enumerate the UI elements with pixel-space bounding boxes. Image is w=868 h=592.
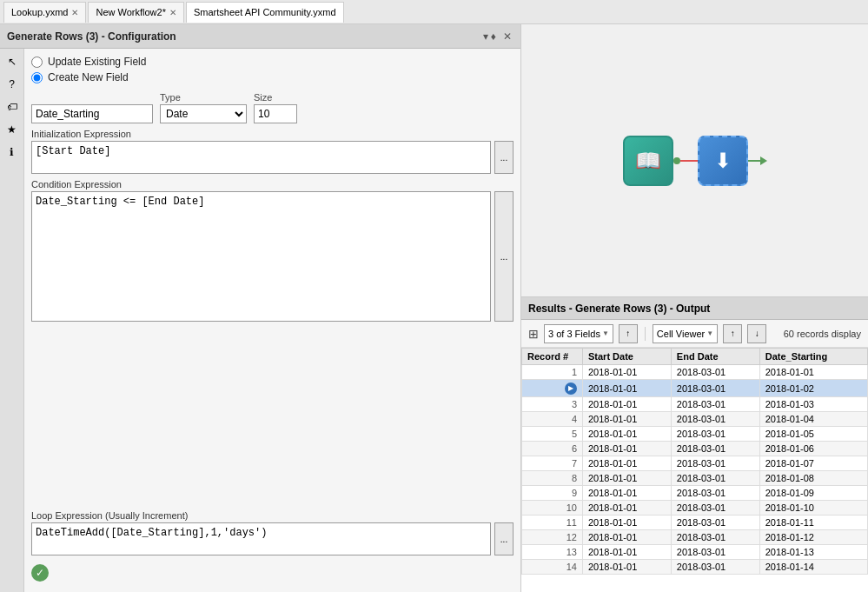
- star-icon[interactable]: ★: [3, 120, 22, 139]
- cell-start-date: 2018-01-01: [583, 486, 672, 501]
- cell-date-starting: 2018-01-06: [759, 442, 867, 456]
- cell-end-date: 2018-03-01: [671, 442, 759, 456]
- table-row[interactable]: 132018-01-012018-03-012018-01-13: [522, 545, 868, 560]
- pin-button[interactable]: ▾ ♦: [481, 30, 498, 43]
- sort-up-button[interactable]: ↑: [619, 324, 638, 343]
- cell-end-date: 2018-03-01: [671, 412, 759, 427]
- results-title: Results - Generate Rows (3) - Output: [528, 303, 710, 315]
- cell-date-starting: 2018-01-01: [759, 365, 867, 380]
- cell-record-num: 9: [522, 486, 583, 501]
- sort-asc-button[interactable]: ↑: [723, 324, 742, 343]
- tag-icon[interactable]: 🏷: [3, 97, 22, 116]
- cell-start-date: 2018-01-01: [583, 427, 672, 442]
- table-row[interactable]: 52018-01-012018-03-012018-01-05: [522, 427, 868, 442]
- cond-expr-input[interactable]: Date_Starting <= [End Date]: [31, 191, 491, 322]
- init-expr-expand-button[interactable]: ...: [494, 141, 514, 174]
- cell-date-starting: 2018-01-08: [759, 471, 867, 486]
- tab-smartsheet[interactable]: Smartsheet API Community.yxmd: [186, 2, 344, 23]
- info-icon[interactable]: ℹ: [3, 143, 22, 162]
- cell-record-num: 1: [522, 365, 583, 380]
- cell-end-date: 2018-03-01: [671, 530, 759, 545]
- col-header-start-date: Start Date: [583, 349, 672, 365]
- cell-start-date: 2018-01-01: [583, 380, 672, 397]
- cell-viewer-label: Cell Viewer: [657, 329, 705, 339]
- right-panel: 📖 ⬇ Results - Gen: [521, 24, 868, 592]
- loop-expr-label: Loop Expression (Usually Increment): [31, 510, 514, 521]
- workflow-canvas[interactable]: 📖 ⬇: [521, 24, 868, 296]
- table-row[interactable]: 112018-01-012018-03-012018-01-11: [522, 516, 868, 530]
- cond-expr-expand-button[interactable]: ...: [494, 191, 514, 322]
- cell-end-date: 2018-03-01: [671, 501, 759, 516]
- cell-date-starting: 2018-01-12: [759, 530, 867, 545]
- col-header-date-starting: Date_Starting: [759, 349, 867, 365]
- table-row[interactable]: 32018-01-012018-03-012018-01-03: [522, 397, 868, 412]
- loop-expr-input[interactable]: DateTimeAdd([Date_Starting],1,'days'): [31, 522, 491, 555]
- book-node[interactable]: 📖: [623, 136, 673, 186]
- config-body: Update Existing Field Create New Field T…: [24, 49, 520, 592]
- table-row[interactable]: 142018-01-012018-03-012018-01-14: [522, 560, 868, 575]
- cell-date-starting: 2018-01-04: [759, 412, 867, 427]
- table-row[interactable]: 42018-01-012018-03-012018-01-04: [522, 412, 868, 427]
- cell-viewer-arrow: ▼: [706, 329, 713, 337]
- cell-end-date: 2018-03-01: [671, 380, 759, 397]
- cell-start-date: 2018-01-01: [583, 560, 672, 575]
- update-existing-radio[interactable]: [31, 57, 43, 68]
- cell-start-date: 2018-01-01: [583, 545, 672, 560]
- table-row[interactable]: 12018-01-012018-03-012018-01-01: [522, 365, 868, 380]
- table-row[interactable]: 72018-01-012018-03-012018-01-07: [522, 456, 868, 471]
- book-icon: 📖: [635, 149, 661, 173]
- sort-desc-button[interactable]: ↓: [747, 324, 766, 343]
- cell-date-starting: 2018-01-11: [759, 516, 867, 530]
- cell-date-starting: 2018-01-03: [759, 397, 867, 412]
- table-row[interactable]: 82018-01-012018-03-012018-01-08: [522, 471, 868, 486]
- table-container[interactable]: Record # Start Date End Date Date_Starti…: [521, 348, 868, 592]
- left-panel: Generate Rows (3) - Configuration ▾ ♦ ✕ …: [0, 24, 521, 592]
- table-row[interactable]: ▶2018-01-012018-03-012018-01-02: [522, 380, 868, 397]
- create-new-radio[interactable]: [31, 72, 43, 83]
- tab-workflow2[interactable]: New Workflow2* ✕: [88, 2, 184, 23]
- generate-rows-node[interactable]: ⬇: [698, 136, 748, 186]
- init-expr-label: Initialization Expression: [31, 129, 514, 139]
- cell-end-date: 2018-03-01: [671, 560, 759, 575]
- tab-workflow2-label: New Workflow2*: [96, 7, 166, 17]
- type-label: Type: [160, 92, 247, 103]
- fields-dropdown[interactable]: 3 of 3 Fields ▼: [544, 324, 613, 343]
- table-row[interactable]: 92018-01-012018-03-012018-01-09: [522, 486, 868, 501]
- cell-viewer-dropdown[interactable]: Cell Viewer ▼: [653, 324, 718, 343]
- cell-record-num: ▶: [522, 380, 583, 397]
- cell-end-date: 2018-03-01: [671, 365, 759, 380]
- table-row[interactable]: 62018-01-012018-03-012018-01-06: [522, 442, 868, 456]
- results-toolbar: ⊞ 3 of 3 Fields ▼ ↑ Cell Viewer ▼ ↑ ↓ 60…: [521, 320, 868, 348]
- tab-lookup[interactable]: Lookup.yxmd ✕: [3, 2, 86, 23]
- cell-start-date: 2018-01-01: [583, 365, 672, 380]
- cell-end-date: 2018-03-01: [671, 397, 759, 412]
- close-panel-button[interactable]: ✕: [501, 30, 514, 43]
- tab-workflow2-close[interactable]: ✕: [169, 8, 176, 17]
- cell-date-starting: 2018-01-05: [759, 427, 867, 442]
- cell-start-date: 2018-01-01: [583, 501, 672, 516]
- cursor-icon[interactable]: ↖: [3, 52, 22, 71]
- size-label: Size: [254, 92, 297, 103]
- panel-title: Generate Rows (3) - Configuration: [7, 30, 176, 43]
- cell-record-num: 13: [522, 545, 583, 560]
- init-expr-input[interactable]: [Start Date]: [31, 141, 491, 174]
- records-display-info: 60 records display: [784, 329, 861, 339]
- generate-icon: ⬇: [714, 149, 732, 173]
- table-row[interactable]: 122018-01-012018-03-012018-01-12: [522, 530, 868, 545]
- results-table: Record # Start Date End Date Date_Starti…: [521, 348, 868, 575]
- loop-expr-expand-button[interactable]: ...: [494, 522, 514, 555]
- field-name-input[interactable]: [31, 104, 153, 123]
- type-select[interactable]: Date String Integer Float Boolean: [160, 104, 247, 123]
- col-header-record: Record #: [522, 349, 583, 365]
- cell-start-date: 2018-01-01: [583, 442, 672, 456]
- question-icon[interactable]: ?: [3, 75, 22, 94]
- cell-record-num: 7: [522, 456, 583, 471]
- connector-dot-left: [673, 157, 680, 164]
- size-input[interactable]: [254, 104, 297, 123]
- cell-record-num: 14: [522, 560, 583, 575]
- update-existing-label: Update Existing Field: [48, 56, 146, 68]
- table-row[interactable]: 102018-01-012018-03-012018-01-10: [522, 501, 868, 516]
- cell-record-num: 12: [522, 530, 583, 545]
- tab-lookup-close[interactable]: ✕: [71, 8, 78, 17]
- results-panel: Results - Generate Rows (3) - Output ⊞ 3…: [521, 296, 868, 592]
